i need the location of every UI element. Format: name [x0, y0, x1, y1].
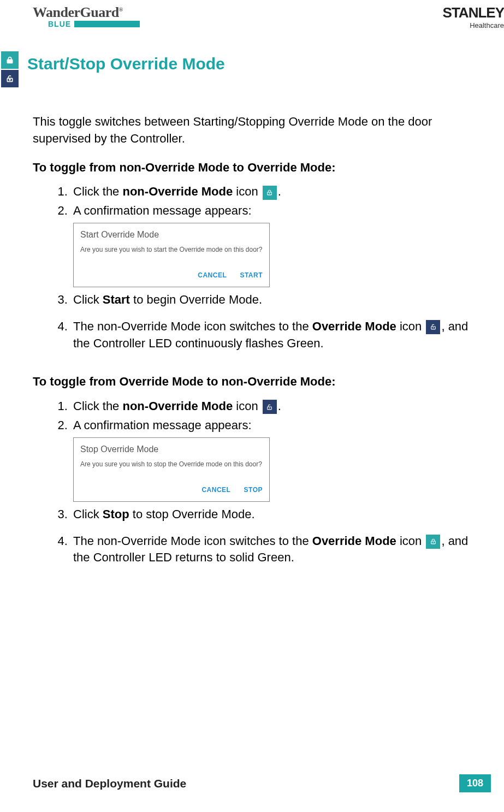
lock-closed-icon: [426, 535, 440, 549]
section-a-heading: To toggle from non-Override Mode to Over…: [33, 159, 471, 176]
logo-right-sub: Healthcare: [443, 21, 504, 29]
text: to stop Override Mode.: [129, 507, 255, 521]
intro-paragraph: This toggle switches between Starting/St…: [33, 114, 471, 147]
lock-open-icon: [426, 320, 440, 334]
svg-point-2: [9, 61, 10, 62]
bold-text: non-Override Mode: [122, 185, 233, 198]
dialog-title: Stop Override Mode: [80, 443, 263, 455]
page-header: WanderGuard® BLUE STANLEY Healthcare: [0, 0, 504, 29]
start-override-dialog: Start Override Mode Are you sure you wis…: [73, 223, 270, 287]
text: icon: [233, 399, 262, 413]
logo-stanley: STANLEY Healthcare: [443, 4, 504, 29]
logo-text: WanderGuard: [33, 4, 119, 20]
bold-text: Stop: [103, 507, 129, 521]
list-item: Click the non-Override Mode icon .: [71, 398, 471, 415]
footer-title: User and Deployment Guide: [33, 777, 186, 790]
text: .: [278, 185, 281, 198]
dialog-actions: CANCEL START: [80, 265, 263, 282]
svg-point-6: [269, 193, 270, 194]
cancel-button[interactable]: CANCEL: [201, 486, 230, 494]
text: Click the: [73, 399, 122, 413]
list-item: A confirmation message appears: Start Ov…: [71, 203, 471, 287]
text: icon: [233, 185, 262, 198]
logo-right-text: STANLEY: [443, 4, 504, 21]
dialog-actions: CANCEL STOP: [80, 480, 263, 497]
start-button[interactable]: START: [240, 271, 263, 279]
list-item: The non-Override Mode icon switches to t…: [71, 533, 471, 567]
text: icon: [396, 534, 425, 548]
page-title: Start/Stop Override Mode: [27, 52, 225, 75]
text: Click the: [73, 185, 122, 198]
logo-wanderguard: WanderGuard® BLUE: [33, 4, 140, 28]
dialog-title: Start Override Mode: [80, 229, 263, 241]
list-item: Click the non-Override Mode icon .: [71, 183, 471, 200]
text: to begin Override Mode.: [130, 293, 262, 306]
lock-closed-icon: [263, 186, 277, 200]
list-item: Click Start to begin Override Mode.: [71, 292, 471, 309]
list-item: A confirmation message appears: Stop Ove…: [71, 417, 471, 502]
text: The non-Override Mode icon switches to t…: [73, 319, 312, 333]
heading-icon-stack: [1, 51, 19, 87]
text: The non-Override Mode icon switches to t…: [73, 534, 312, 548]
logo-bar: [74, 21, 140, 27]
bold-text: Start: [103, 293, 130, 306]
stop-button[interactable]: STOP: [244, 486, 263, 494]
svg-point-4: [9, 79, 10, 80]
bold-text: Override Mode: [312, 534, 396, 548]
page-footer: User and Deployment Guide 108: [33, 774, 491, 792]
text: A confirmation message appears:: [73, 418, 252, 432]
cancel-button[interactable]: CANCEL: [198, 271, 227, 279]
list-item: Click Stop to stop Override Mode.: [71, 506, 471, 523]
page-number: 108: [459, 774, 491, 792]
bold-text: Override Mode: [312, 319, 396, 333]
dialog-body: Are you sure you wish to stop the Overri…: [80, 460, 263, 469]
text: Click: [73, 293, 103, 306]
svg-point-12: [433, 542, 434, 543]
page-content: Start/Stop Override Mode This toggle swi…: [0, 29, 504, 566]
text: A confirmation message appears:: [73, 204, 252, 217]
lock-open-icon: [263, 400, 277, 414]
logo-subtext: BLUE: [48, 20, 71, 28]
section-heading-row: Start/Stop Override Mode: [1, 51, 471, 87]
text: Click: [73, 507, 103, 521]
dialog-body: Are you sure you wish to start the Overr…: [80, 245, 263, 254]
lock-open-icon: [1, 70, 19, 87]
list-item: The non-Override Mode icon switches to t…: [71, 318, 471, 352]
section-b-steps: Click the non-Override Mode icon . A con…: [71, 398, 471, 566]
bold-text: non-Override Mode: [122, 399, 233, 413]
section-a-steps: Click the non-Override Mode icon . A con…: [71, 183, 471, 352]
section-b-heading: To toggle from Override Mode to non-Over…: [33, 374, 471, 390]
text: .: [278, 399, 281, 413]
registered-mark: ®: [119, 7, 123, 13]
svg-point-10: [269, 407, 270, 408]
text: icon: [396, 319, 425, 333]
stop-override-dialog: Stop Override Mode Are you sure you wish…: [73, 437, 270, 502]
svg-point-8: [433, 328, 434, 329]
lock-closed-icon: [1, 51, 19, 69]
